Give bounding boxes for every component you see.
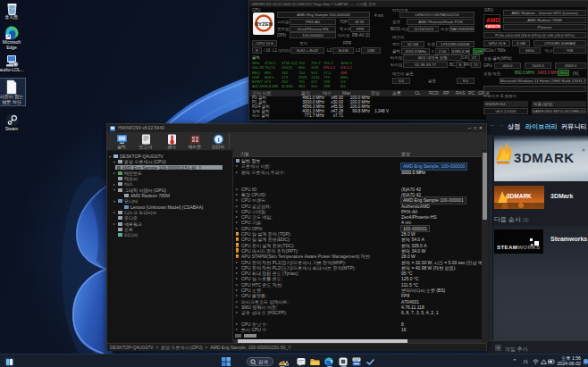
- svg-text:3DMARK: 3DMARK: [507, 193, 532, 199]
- svg-text:RADEON: RADEON: [485, 24, 500, 29]
- svg-text:RYZEN: RYZEN: [255, 21, 273, 27]
- svg-text:AMD: AMD: [486, 17, 500, 23]
- svg-text:STEAMWORKS: STEAMWORKS: [497, 244, 540, 250]
- svg-text:i: i: [217, 136, 219, 144]
- svg-text:3DMARK: 3DMARK: [514, 150, 575, 165]
